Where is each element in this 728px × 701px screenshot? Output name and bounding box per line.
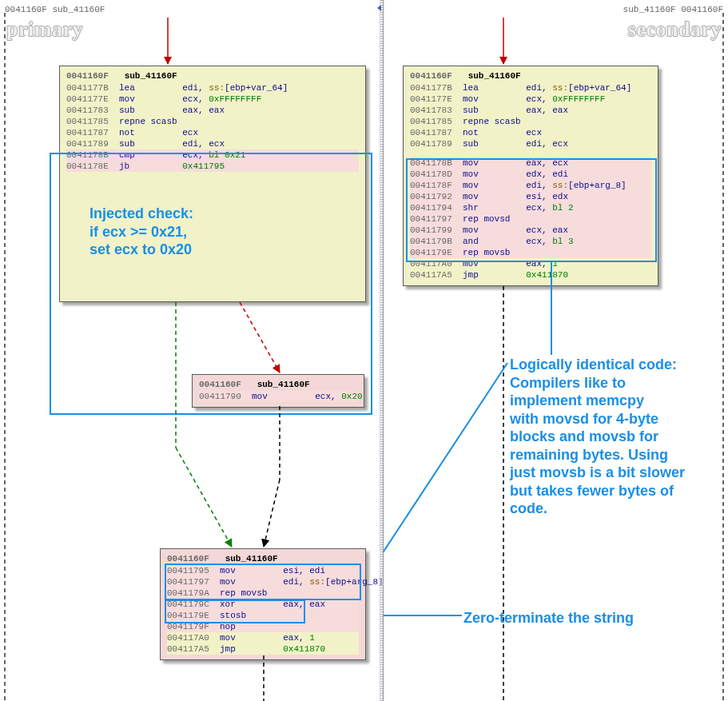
asm-row: 00411783 sub eax, eax bbox=[410, 105, 651, 116]
asm-row: 004117A5 jmp 0x411870 bbox=[410, 269, 651, 281]
svg-line-1 bbox=[240, 302, 280, 372]
left-pane: 0041160F sub_41160F primary 0041160F sub… bbox=[0, 0, 380, 701]
left-header: 0041160F sub_41160F bbox=[5, 5, 105, 14]
block-title: 0041160F sub_41160F bbox=[199, 380, 357, 389]
asm-row: 0041177B lea edi, ss:[ebp+var_64] bbox=[66, 82, 359, 94]
asm-row: 004117A5 jmp 0x411870 bbox=[167, 643, 359, 655]
annotation-injected: Injected check: if ecx >= 0x21, set ecx … bbox=[90, 205, 249, 259]
left-block-1: 0041160F sub_41160F 0041177B lea edi, ss… bbox=[59, 66, 366, 302]
block-title: 0041160F sub_41160F bbox=[66, 71, 359, 81]
asm-row: 0041179F nop bbox=[167, 621, 359, 632]
asm-row: 0041178B mov eax, ecx bbox=[410, 157, 651, 169]
asm-row: 0041177B lea edi, ss:[ebp+var_64] bbox=[410, 82, 651, 94]
asm-row: 0041177E mov ecx, 0xFFFFFFFF bbox=[410, 94, 651, 105]
asm-row: 0041177E mov ecx, 0xFFFFFFFF bbox=[66, 94, 359, 105]
asm-row: 00411785 repne scasb bbox=[66, 116, 359, 127]
left-block-2: 0041160F sub_41160F 00411790 mov ecx, 0x… bbox=[192, 374, 364, 408]
secondary-label: secondary bbox=[628, 18, 722, 42]
asm-row: 00411787 not ecx bbox=[410, 127, 651, 138]
svg-line-3 bbox=[176, 448, 232, 547]
block-title: 0041160F sub_41160F bbox=[410, 71, 651, 81]
asm-row: 00411790 mov ecx, 0x20 bbox=[199, 391, 357, 402]
right-header: sub_41160F 0041160F bbox=[623, 5, 723, 14]
asm-row: 00411797 mov edi, ss:[ebp+arg_8] bbox=[167, 576, 359, 587]
asm-row: 0041179B and ecx, bl 3 bbox=[410, 236, 651, 247]
asm-row: 00411783 sub eax, eax bbox=[66, 105, 359, 116]
asm-row: 00411789 sub edi, ecx bbox=[66, 138, 359, 149]
asm-row: 0041178F mov edi, ss:[ebp+arg_8] bbox=[410, 180, 651, 191]
asm-row: 00411787 not ecx bbox=[66, 127, 359, 138]
asm-row: 0041179E rep movsb bbox=[410, 247, 651, 258]
primary-label: primary bbox=[6, 18, 83, 42]
right-pane: sub_41160F 0041160F secondary 0041160F s… bbox=[384, 0, 728, 701]
asm-row: 004117A0 mov eax, 1 bbox=[167, 632, 359, 643]
asm-row: 00411792 mov esi, edx bbox=[410, 191, 651, 202]
right-block-1: 0041160F sub_41160F 0041177B lea edi, ss… bbox=[403, 66, 658, 286]
asm-row: 00411799 mov ecx, eax bbox=[410, 225, 651, 236]
svg-line-10 bbox=[384, 363, 507, 582]
block-title: 0041160F sub_41160F bbox=[167, 554, 359, 564]
annotation-memcpy: Logically identical code: Compilers like… bbox=[510, 356, 718, 518]
svg-line-5 bbox=[264, 480, 280, 547]
asm-row: 00411795 mov esi, edi bbox=[167, 565, 359, 576]
asm-row: 0041179A rep movsb bbox=[167, 587, 359, 599]
asm-row: 0041178D mov edx, edi bbox=[410, 169, 651, 180]
asm-row: 0041178E jb 0x411795 bbox=[66, 161, 359, 172]
asm-row: 004117A0 mov eax, 1 bbox=[410, 258, 651, 269]
asm-row: 0041179E stosb bbox=[167, 610, 359, 621]
asm-row: 0041178B cmp ecx, bl 0x21 bbox=[66, 149, 359, 161]
annotation-zeroterm: Zero-terminate the string bbox=[463, 609, 703, 627]
asm-row: 0041179C xor eax, eax bbox=[167, 599, 359, 610]
left-block-3: 0041160F sub_41160F 00411795 mov esi, ed… bbox=[160, 548, 366, 660]
asm-row: 00411797 rep movsd bbox=[410, 213, 651, 225]
asm-row: 00411794 shr ecx, bl 2 bbox=[410, 202, 651, 213]
asm-row: 00411789 sub edi, ecx bbox=[410, 138, 651, 149]
asm-row: 00411785 repne scasb bbox=[410, 116, 651, 127]
